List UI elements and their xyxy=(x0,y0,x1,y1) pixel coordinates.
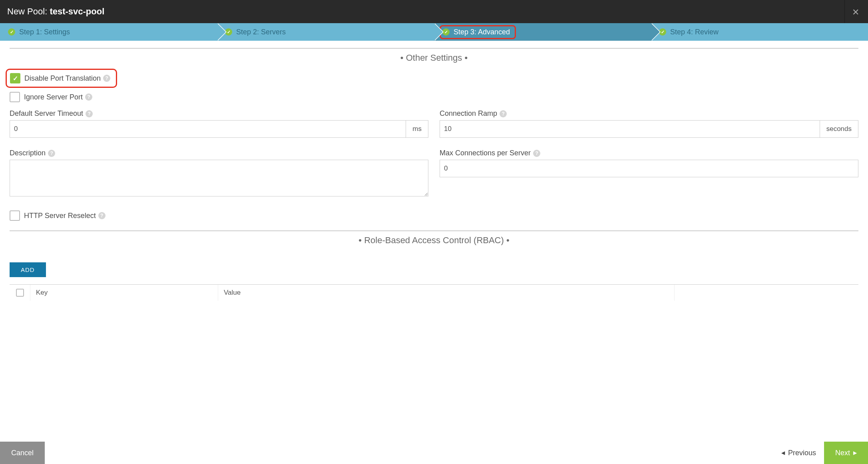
ignore-server-port-checkbox[interactable] xyxy=(10,92,20,102)
http-server-reselect-row: HTTP Server Reselect ? xyxy=(10,210,858,221)
connection-ramp-label: Connection Ramp ? xyxy=(440,109,858,118)
default-server-timeout-label: Default Server Timeout ? xyxy=(10,109,428,118)
ignore-server-port-label: Ignore Server Port xyxy=(24,93,83,101)
wizard-steps: ✓ Step 1: Settings ✓ Step 2: Servers ✓ S… xyxy=(0,23,868,41)
column-key[interactable]: Key xyxy=(30,285,218,301)
http-server-reselect-label: HTTP Server Reselect xyxy=(24,212,96,220)
form-grid-row-2: Description ? Max Connections per Server… xyxy=(10,149,858,206)
field-disable-port-translation-wrap: ✓ Disable Port Translation ? xyxy=(10,69,858,88)
modal-header: New Pool: test-svc-pool ✕ xyxy=(0,0,868,23)
max-conn-per-server-input[interactable] xyxy=(440,160,858,177)
step-label: Step 2: Servers xyxy=(236,28,286,36)
help-icon[interactable]: ? xyxy=(48,150,55,157)
title-prefix: New Pool: xyxy=(7,6,50,16)
step-label: Step 1: Settings xyxy=(19,28,70,36)
select-all-checkbox[interactable] xyxy=(16,289,24,297)
field-highlight: ✓ Disable Port Translation ? xyxy=(6,69,117,88)
form-grid-row-1: Default Server Timeout ? ms Connection R… xyxy=(10,109,858,147)
http-server-reselect-checkbox[interactable] xyxy=(10,210,20,221)
column-actions xyxy=(675,285,858,301)
header-divider xyxy=(844,0,845,23)
description-field: Description ? xyxy=(10,149,428,198)
max-conn-per-server-field: Max Connections per Server ? xyxy=(440,149,858,177)
section-divider xyxy=(10,48,858,49)
disable-port-translation-label: Disable Port Translation xyxy=(24,74,101,83)
step-4-review[interactable]: ✓ Step 4: Review xyxy=(651,23,868,41)
section-divider xyxy=(10,230,858,231)
pool-name: test-svc-pool xyxy=(50,6,104,16)
connection-ramp-input-group: seconds xyxy=(440,120,858,138)
step-1-settings[interactable]: ✓ Step 1: Settings xyxy=(0,23,217,41)
default-server-timeout-field: Default Server Timeout ? ms xyxy=(10,109,428,138)
help-icon[interactable]: ? xyxy=(98,212,106,219)
default-server-timeout-input-group: ms xyxy=(10,120,428,138)
connection-ramp-field: Connection Ramp ? seconds xyxy=(440,109,858,138)
description-textarea[interactable] xyxy=(10,160,428,196)
step-3-advanced[interactable]: ✓ Step 3: Advanced xyxy=(434,23,651,41)
close-icon[interactable]: ✕ xyxy=(852,7,859,18)
col-right: Connection Ramp ? seconds xyxy=(440,109,858,147)
disable-port-translation-row: ✓ Disable Port Translation ? xyxy=(10,73,110,83)
connection-ramp-input[interactable] xyxy=(440,120,820,138)
help-icon[interactable]: ? xyxy=(103,75,110,82)
step-2-servers[interactable]: ✓ Step 2: Servers xyxy=(217,23,434,41)
section-title-rbac: • Role-Based Access Control (RBAC) • xyxy=(10,235,858,246)
help-icon[interactable]: ? xyxy=(533,150,540,157)
ignore-server-port-row: Ignore Server Port ? xyxy=(10,92,858,102)
col-left: Description ? xyxy=(10,149,428,206)
help-icon[interactable]: ? xyxy=(86,110,93,117)
modal-title: New Pool: test-svc-pool xyxy=(7,6,104,17)
unit-seconds: seconds xyxy=(820,120,858,138)
section-title-other-settings: • Other Settings • xyxy=(10,53,858,63)
unit-ms: ms xyxy=(406,120,428,138)
step-highlight: ✓ Step 3: Advanced xyxy=(440,25,516,39)
content-area: • Other Settings • ✓ Disable Port Transl… xyxy=(0,48,868,325)
col-left: Default Server Timeout ? ms xyxy=(10,109,428,147)
step-label: Step 3: Advanced xyxy=(454,28,510,36)
step-label: Step 4: Review xyxy=(670,28,719,36)
help-icon[interactable]: ? xyxy=(500,110,507,117)
add-button[interactable]: ADD xyxy=(10,262,46,277)
help-icon[interactable]: ? xyxy=(85,93,92,101)
rbac-table-header: Key Value xyxy=(10,284,858,301)
column-value[interactable]: Value xyxy=(218,285,675,301)
select-all-cell xyxy=(10,285,30,301)
disable-port-translation-checkbox[interactable]: ✓ xyxy=(10,73,20,83)
col-right: Max Connections per Server ? xyxy=(440,149,858,206)
default-server-timeout-input[interactable] xyxy=(10,120,406,138)
check-icon: ✓ xyxy=(8,28,15,36)
max-conn-per-server-label: Max Connections per Server ? xyxy=(440,149,858,157)
description-label: Description ? xyxy=(10,149,428,157)
